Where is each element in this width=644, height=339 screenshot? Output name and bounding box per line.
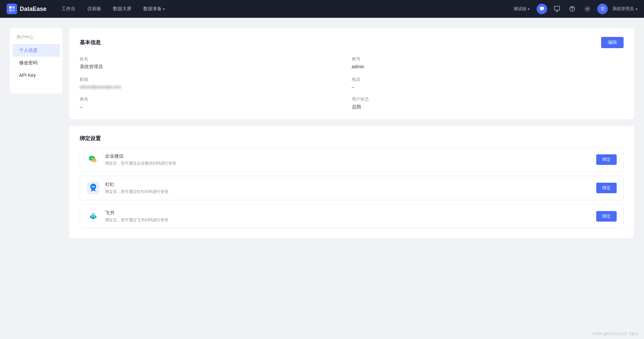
- dingding-info: 钉钉 绑定后，您可通过钉钉扫码进行登录: [105, 182, 591, 195]
- footer: G35N @FIT2CLOUD 飞致云: [593, 331, 639, 336]
- status-value: 启用: [352, 104, 624, 110]
- settings-icon[interactable]: [582, 4, 593, 14]
- sidebar: 用户中心 个人信息 修改密码 API Key: [10, 28, 63, 94]
- nav-screen[interactable]: 数据大屏: [108, 4, 137, 14]
- wechat-desc: 绑定后，您可通过企业微信扫码进行登录: [105, 161, 591, 166]
- field-role: 角色 –: [80, 96, 352, 110]
- user-chevron-icon: ▾: [636, 7, 637, 11]
- bind-list: 企业微信 绑定后，您可通过企业微信扫码进行登录 绑定: [80, 147, 624, 229]
- svg-point-15: [93, 160, 94, 161]
- field-status: 用户状态 启用: [352, 96, 624, 110]
- main-content: 用户中心 个人信息 修改密码 API Key 基本信息 编辑 姓名 系统管理员: [0, 18, 644, 248]
- sidebar-item-personal-info[interactable]: 个人信息: [13, 44, 60, 57]
- nav-right: 测试组 ▾ 管: [511, 4, 637, 14]
- nav-menus: 工作台 仪表板 数据大屏 数据准备 ▾: [56, 4, 511, 14]
- field-phone: 电话 –: [352, 77, 624, 90]
- email-label: 邮箱: [80, 77, 352, 82]
- help-icon[interactable]: [567, 4, 577, 14]
- svg-point-13: [93, 158, 93, 159]
- monitor-icon[interactable]: [552, 4, 562, 14]
- svg-point-11: [91, 158, 91, 159]
- nav-data-prep[interactable]: 数据准备 ▾: [138, 4, 170, 14]
- svg-point-7: [587, 8, 588, 10]
- field-name: 姓名 系统管理员: [80, 56, 352, 70]
- svg-rect-2: [9, 9, 12, 12]
- feishu-name: 飞书: [105, 210, 591, 216]
- svg-point-6: [572, 10, 573, 11]
- top-navigation: DataEase 工作台 仪表板 数据大屏 数据准备 ▾ 测试组 ▾: [0, 0, 644, 18]
- dingding-icon: [87, 181, 100, 195]
- role-label: 角色: [80, 96, 352, 102]
- chat-icon[interactable]: [537, 4, 547, 14]
- dingding-desc: 绑定后，您可通过钉钉扫码进行登录: [105, 189, 591, 195]
- email-value: admin@example.com: [80, 84, 352, 89]
- test-group-selector[interactable]: 测试组 ▾: [511, 5, 532, 13]
- wechat-bind-button[interactable]: 绑定: [596, 154, 617, 165]
- binding-settings-header: 绑定设置: [80, 135, 624, 142]
- info-grid: 姓名 系统管理员 账号 admin 邮箱 admin@example.com 电…: [80, 56, 624, 110]
- svg-rect-3: [12, 9, 14, 12]
- svg-point-17: [95, 160, 96, 161]
- basic-info-card: 基本信息 编辑 姓名 系统管理员 账号 admin 邮箱 admin@examp…: [69, 28, 634, 119]
- user-avatar[interactable]: 管: [597, 4, 608, 14]
- binding-settings-title: 绑定设置: [80, 135, 101, 142]
- feishu-bind-button[interactable]: 绑定: [596, 211, 617, 222]
- edit-button[interactable]: 编辑: [601, 37, 624, 48]
- basic-info-header: 基本信息 编辑: [80, 37, 624, 48]
- sidebar-section-title: 用户中心: [10, 33, 63, 44]
- name-value: 系统管理员: [80, 64, 352, 70]
- dropdown-arrow-icon: ▾: [163, 7, 165, 11]
- user-menu[interactable]: 系统管理员 ▾: [612, 6, 637, 12]
- bind-item-wechat: 企业微信 绑定后，您可通过企业微信扫码进行登录 绑定: [80, 147, 624, 172]
- binding-settings-card: 绑定设置: [69, 126, 634, 238]
- sidebar-item-change-password[interactable]: 修改密码: [13, 57, 60, 69]
- app-logo[interactable]: DataEase: [7, 4, 46, 14]
- dingding-name: 钉钉: [105, 182, 591, 188]
- field-email: 邮箱 admin@example.com: [80, 77, 352, 90]
- wechat-name: 企业微信: [105, 153, 591, 159]
- nav-workbench[interactable]: 工作台: [56, 4, 81, 14]
- feishu-info: 飞书 绑定后，您可通过飞书扫码进行登录: [105, 210, 591, 223]
- phone-value: –: [352, 84, 624, 90]
- svg-rect-0: [9, 6, 12, 9]
- sidebar-item-api-key[interactable]: API Key: [13, 69, 60, 81]
- phone-label: 电话: [352, 77, 624, 82]
- status-label: 用户状态: [352, 96, 624, 102]
- feishu-icon: [87, 210, 100, 223]
- field-account: 账号 admin: [352, 56, 624, 70]
- wechat-work-icon: [87, 153, 100, 166]
- app-name: DataEase: [20, 6, 46, 13]
- nav-dashboard[interactable]: 仪表板: [82, 4, 106, 14]
- feishu-desc: 绑定后，您可通过飞书扫码进行登录: [105, 217, 591, 223]
- svg-rect-4: [554, 6, 560, 10]
- svg-point-16: [94, 160, 95, 161]
- name-label: 姓名: [80, 56, 352, 62]
- account-label: 账号: [352, 56, 624, 62]
- logo-icon: [7, 4, 17, 14]
- account-value: admin: [352, 64, 624, 69]
- svg-point-19: [93, 213, 94, 214]
- wechat-info: 企业微信 绑定后，您可通过企业微信扫码进行登录: [105, 153, 591, 166]
- basic-info-title: 基本信息: [80, 39, 101, 46]
- svg-point-12: [92, 158, 92, 159]
- bind-item-dingding: 钉钉 绑定后，您可通过钉钉扫码进行登录 绑定: [80, 176, 624, 200]
- svg-rect-1: [12, 6, 14, 9]
- content-area: 基本信息 编辑 姓名 系统管理员 账号 admin 邮箱 admin@examp…: [69, 28, 634, 238]
- role-value: –: [80, 104, 352, 109]
- chevron-down-icon: ▾: [528, 7, 529, 11]
- bind-item-feishu: 飞书 绑定后，您可通过飞书扫码进行登录 绑定: [80, 204, 624, 229]
- dingding-bind-button[interactable]: 绑定: [596, 183, 617, 193]
